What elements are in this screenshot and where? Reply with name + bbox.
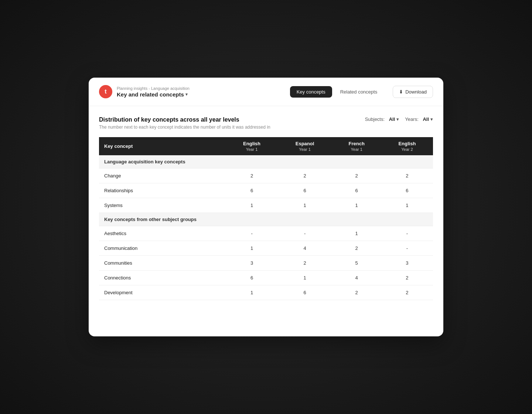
table-row: Communities3253 <box>99 256 433 271</box>
concept-value: 5 <box>332 256 381 271</box>
concept-value: 2 <box>226 169 278 183</box>
concept-value: 3 <box>381 256 433 271</box>
concept-value: 1 <box>381 198 433 213</box>
concept-value: 2 <box>381 169 433 183</box>
concept-name: Communities <box>99 256 226 271</box>
download-icon: ⬇ <box>399 89 403 95</box>
table-group-header: Key concepts from other subject groups <box>99 213 433 226</box>
tab-group: Key concepts Related concepts <box>290 86 384 98</box>
table-row: Communication142- <box>99 241 433 256</box>
table-group-header: Language acquisition key concepts <box>99 155 433 169</box>
concept-value: - <box>278 226 332 241</box>
tab-key-concepts[interactable]: Key concepts <box>290 86 332 98</box>
col-header-english-y2: English Year 2 <box>381 137 433 155</box>
concept-value: 1 <box>226 241 278 256</box>
years-filter[interactable]: Years: All ▾ <box>405 116 433 122</box>
concept-name: Aesthetics <box>99 226 226 241</box>
concept-name: Communication <box>99 241 226 256</box>
concept-value: - <box>381 241 433 256</box>
concept-value: 2 <box>332 241 381 256</box>
table-row: Systems1111 <box>99 198 433 213</box>
concept-value: - <box>226 226 278 241</box>
app-background: t Planning insights - Language acquisiti… <box>0 0 532 414</box>
table-row: Relationships6666 <box>99 183 433 198</box>
app-logo: t <box>99 85 112 98</box>
concept-name: Systems <box>99 198 226 213</box>
concept-name: Change <box>99 169 226 183</box>
group-label: Key concepts from other subject groups <box>99 213 433 226</box>
concept-value: 6 <box>226 183 278 198</box>
chevron-down-icon[interactable]: ▾ <box>185 92 188 97</box>
header: t Planning insights - Language acquisiti… <box>89 78 443 106</box>
header-title: Key and related concepts ▾ <box>117 91 290 98</box>
concept-value: 2 <box>278 256 332 271</box>
table-row: Aesthetics--1- <box>99 226 433 241</box>
concept-value: 4 <box>332 271 381 285</box>
main-card: t Planning insights - Language acquisiti… <box>89 78 443 336</box>
concept-value: 6 <box>332 183 381 198</box>
col-header-espanol-y1: Espanol Year 1 <box>278 137 332 155</box>
subjects-filter[interactable]: Subjects: All ▾ <box>365 116 399 122</box>
subjects-chevron-icon: ▾ <box>396 116 399 122</box>
years-chevron-icon: ▾ <box>430 116 433 122</box>
table-row: Development1622 <box>99 285 433 300</box>
concept-value: 1 <box>226 285 278 300</box>
col-header-french-y1: French Year 1 <box>332 137 381 155</box>
concept-value: 2 <box>381 271 433 285</box>
tab-related-concepts[interactable]: Related concepts <box>334 86 384 98</box>
section-description: The number next to each key concept indi… <box>99 125 433 130</box>
table-header: Key concept English Year 1 Espanol Year … <box>99 137 433 155</box>
concept-value: 2 <box>278 169 332 183</box>
filters: Subjects: All ▾ Years: All ▾ <box>365 116 433 122</box>
concept-value: 6 <box>226 271 278 285</box>
concept-value: 2 <box>381 285 433 300</box>
table-body: Language acquisition key conceptsChange2… <box>99 155 433 300</box>
concepts-table: Key concept English Year 1 Espanol Year … <box>99 137 433 300</box>
concept-value: 6 <box>278 285 332 300</box>
concept-name: Relationships <box>99 183 226 198</box>
concept-value: 1 <box>226 198 278 213</box>
download-button[interactable]: ⬇ Download <box>393 86 433 98</box>
col-header-key-concept: Key concept <box>99 137 226 155</box>
concept-value: 4 <box>278 241 332 256</box>
table-row: Connections6142 <box>99 271 433 285</box>
concept-value: 1 <box>278 198 332 213</box>
concept-name: Development <box>99 285 226 300</box>
concept-name: Connections <box>99 271 226 285</box>
concept-value: 3 <box>226 256 278 271</box>
header-subtitle: Planning insights - Language acquisition <box>117 86 290 91</box>
concept-value: 1 <box>332 226 381 241</box>
concept-value: 2 <box>332 169 381 183</box>
concept-value: 6 <box>278 183 332 198</box>
section-header: Distribution of key concepts across all … <box>99 116 433 130</box>
content-area: Distribution of key concepts across all … <box>89 106 443 312</box>
col-header-english-y1: English Year 1 <box>226 137 278 155</box>
concept-value: 2 <box>332 285 381 300</box>
header-title-group: Planning insights - Language acquisition… <box>117 86 290 98</box>
concept-value: 6 <box>381 183 433 198</box>
table-row: Change2222 <box>99 169 433 183</box>
group-label: Language acquisition key concepts <box>99 155 433 169</box>
concept-value: - <box>381 226 433 241</box>
concept-value: 1 <box>332 198 381 213</box>
concept-value: 1 <box>278 271 332 285</box>
